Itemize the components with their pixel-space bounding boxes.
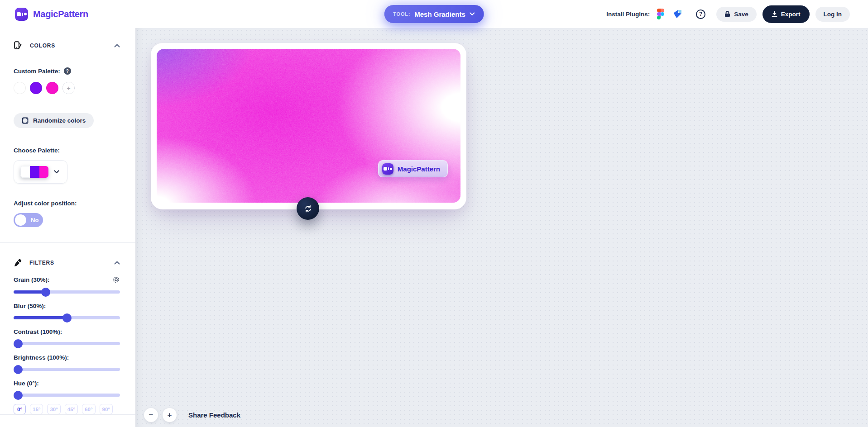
grain-overlay <box>157 49 460 203</box>
slider-track[interactable] <box>14 316 120 319</box>
hue-preset-button[interactable]: 60° <box>82 404 95 414</box>
adjust-position-label: Adjust color position: <box>14 200 120 207</box>
canvas-bottom-bar: − + Share Feedback <box>144 408 240 422</box>
swap-arrows-icon <box>304 204 312 213</box>
gradient-card[interactable]: MagicPattern <box>151 43 466 209</box>
figma-icon[interactable] <box>657 9 664 19</box>
colors-section-title: COLORS <box>30 43 55 49</box>
slider-label: Grain (30%): <box>14 276 50 283</box>
toggle-value: No <box>31 217 38 223</box>
export-label: Export <box>781 11 801 18</box>
regenerate-gradient-button[interactable] <box>297 197 319 220</box>
chevron-down-icon <box>54 170 59 174</box>
nav-right-cluster: Install Plugins: ? Save <box>606 5 850 23</box>
swatchbook-icon <box>14 41 23 50</box>
filter-sliders: Grain (30%): Blur (50%): Contrast (100%)… <box>14 276 120 397</box>
palette-preview <box>20 166 48 178</box>
export-button[interactable]: Export <box>762 5 810 23</box>
slider-track[interactable] <box>14 368 120 371</box>
slider-thumb[interactable] <box>14 339 23 348</box>
tool-name-label: Mesh Gradients <box>414 10 465 18</box>
hue-preset-button[interactable]: 0° <box>14 404 26 414</box>
colors-section-header[interactable]: COLORS <box>14 41 120 50</box>
custom-palette-swatches: + <box>14 82 120 94</box>
palette-swatch[interactable] <box>30 82 42 94</box>
choose-palette-label: Choose Palette: <box>14 147 120 154</box>
canvas-area[interactable]: MagicPattern − + Share Feedback <box>135 28 868 427</box>
magicpattern-logo-icon <box>382 163 393 175</box>
hue-preset-button[interactable]: 15° <box>30 404 43 414</box>
tool-prefix-label: TOOL: <box>393 11 410 17</box>
top-navbar: MagicPattern TOOL: Mesh Gradients Instal… <box>0 0 868 28</box>
slider-fill <box>14 316 67 319</box>
chevron-up-icon[interactable] <box>114 261 120 265</box>
hue-preset-row: 0°15°30°45°60°90° <box>14 404 120 414</box>
magicpattern-watermark-badge[interactable]: MagicPattern <box>378 160 448 177</box>
blue-plugin-icon[interactable] <box>672 9 682 19</box>
filters-section-title: FILTERS <box>29 260 54 266</box>
slider-track[interactable] <box>14 342 120 345</box>
zoom-in-button[interactable]: + <box>163 408 177 422</box>
filters-section-header[interactable]: FILTERS <box>14 258 120 267</box>
install-plugins-label: Install Plugins: <box>606 11 650 18</box>
share-feedback-link[interactable]: Share Feedback <box>188 411 240 419</box>
hue-preset-button[interactable]: 45° <box>65 404 78 414</box>
randomize-colors-button[interactable]: Randomize colors <box>14 113 94 128</box>
slider-label: Brightness (100%): <box>14 354 69 361</box>
zoom-out-button[interactable]: − <box>144 408 158 422</box>
slider-track[interactable] <box>14 394 120 397</box>
slider-thumb[interactable] <box>14 365 23 374</box>
adjust-position-toggle[interactable]: No <box>14 213 43 227</box>
slider-label: Contrast (100%): <box>14 328 62 335</box>
slider-label: Blur (50%): <box>14 303 46 309</box>
save-button[interactable]: Save <box>716 7 757 22</box>
slider-label: Hue (0°): <box>14 380 39 387</box>
login-label: Log In <box>824 11 842 18</box>
custom-palette-label: Custom Palette: <box>14 68 60 75</box>
magicpattern-logo-icon <box>15 8 28 21</box>
mesh-gradient-preview[interactable]: MagicPattern <box>157 49 460 203</box>
sidebar-bottom-divider <box>0 414 135 415</box>
hue-preset-button[interactable]: 90° <box>100 404 113 414</box>
save-label: Save <box>734 11 748 18</box>
hue-preset-button[interactable]: 30° <box>47 404 60 414</box>
palette-dropdown[interactable] <box>14 160 67 184</box>
chevron-up-icon[interactable] <box>114 44 120 47</box>
brand-logo[interactable]: MagicPattern <box>15 8 88 21</box>
left-sidebar: COLORS Custom Palette: ? + Randomize col… <box>0 28 135 427</box>
slider-track[interactable] <box>14 290 120 294</box>
help-icon[interactable]: ? <box>696 9 705 19</box>
download-icon <box>772 11 777 17</box>
toggle-knob <box>15 214 26 226</box>
palette-help-icon[interactable]: ? <box>64 67 71 75</box>
tool-selector-button[interactable]: TOOL: Mesh Gradients <box>384 5 484 23</box>
slider-thumb[interactable] <box>62 313 72 323</box>
randomize-icon <box>22 117 29 124</box>
brand-name: MagicPattern <box>33 9 88 19</box>
slider-thumb[interactable] <box>41 288 50 297</box>
gear-icon[interactable] <box>112 276 120 284</box>
chevron-down-icon <box>470 12 475 16</box>
slider-thumb[interactable] <box>14 391 23 400</box>
watermark-label: MagicPattern <box>398 165 440 173</box>
palette-swatch[interactable] <box>14 82 26 94</box>
lock-icon <box>724 11 730 17</box>
add-color-button[interactable]: + <box>62 82 75 94</box>
palette-swatch[interactable] <box>46 82 58 94</box>
randomize-colors-label: Randomize colors <box>33 117 86 124</box>
eyedropper-icon <box>14 258 22 267</box>
section-divider <box>0 242 135 243</box>
login-button[interactable]: Log In <box>815 7 850 22</box>
